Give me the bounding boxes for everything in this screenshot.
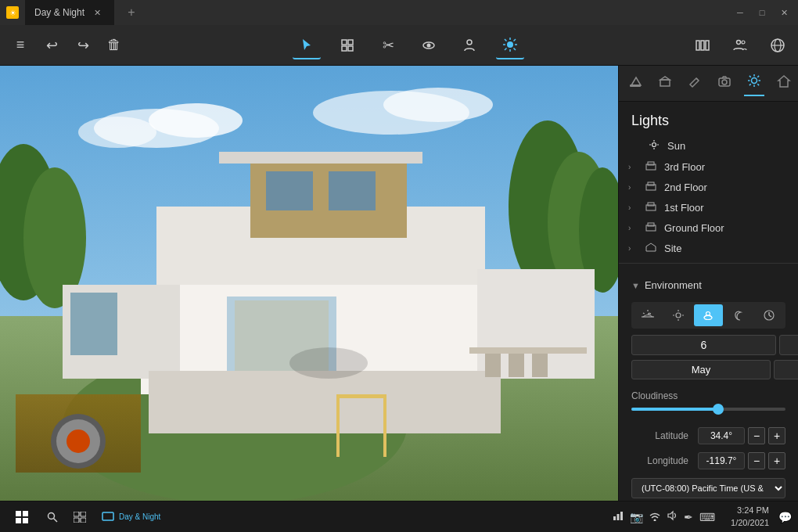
title-bar: ☀ Day & Night ✕ + ─ □ ✕ <box>0 0 798 25</box>
floor-label-3rd: 3rd Floor <box>664 161 705 173</box>
date-month-input[interactable] <box>631 360 771 379</box>
svg-rect-53 <box>336 394 386 398</box>
floor-item-site[interactable]: › Site <box>619 238 798 258</box>
time-minute-input[interactable] <box>779 335 798 355</box>
chevron-icon-1st: › <box>628 203 638 212</box>
date-day-input[interactable] <box>774 360 798 379</box>
longitude-increase-btn[interactable]: + <box>768 452 785 469</box>
svg-rect-62 <box>630 84 641 87</box>
person-tool-btn[interactable] <box>455 31 483 59</box>
maximize-btn[interactable]: □ <box>754 5 770 20</box>
taskbar-clock[interactable]: 3:24 PM 1/20/2021 <box>724 505 775 529</box>
start-button[interactable] <box>6 503 38 531</box>
volume-tray-icon[interactable] <box>667 510 678 523</box>
floor-item-2nd[interactable]: › 2nd Floor <box>619 177 798 197</box>
scissors-tool-btn[interactable]: ✂ <box>374 31 402 59</box>
time-hour-input[interactable] <box>631 335 776 355</box>
floor-item-3rd[interactable]: › 3rd Floor <box>619 156 798 177</box>
environment-header[interactable]: ▼ Environment <box>619 275 798 296</box>
svg-point-57 <box>66 430 90 453</box>
keyboard-tray-icon[interactable]: ⌨ <box>699 511 715 523</box>
network-tray-icon[interactable] <box>613 510 624 523</box>
floor-item-ground[interactable]: › Ground Floor <box>619 217 798 238</box>
svg-point-107 <box>49 512 55 519</box>
svg-point-117 <box>654 519 656 521</box>
close-btn[interactable]: ✕ <box>776 5 792 20</box>
minimize-btn[interactable]: ─ <box>732 5 748 20</box>
svg-rect-40 <box>266 171 313 210</box>
camera-tray-icon[interactable]: 📷 <box>630 511 643 523</box>
longitude-decrease-btn[interactable]: − <box>748 452 765 469</box>
mode-night-btn[interactable] <box>724 304 753 326</box>
panel-tab-sun[interactable] <box>744 70 764 96</box>
svg-point-29 <box>383 88 493 122</box>
panel-tab-bar <box>619 66 798 102</box>
sun-light-item[interactable]: Sun <box>619 135 798 156</box>
notification-btn[interactable]: 💬 <box>778 511 792 523</box>
taskbar-app-btn[interactable]: Day & Night <box>95 503 167 531</box>
panel-tab-pencil[interactable] <box>685 71 705 95</box>
cloudiness-thumb[interactable] <box>713 404 724 415</box>
mode-custom-btn[interactable] <box>754 304 783 326</box>
library-btn[interactable] <box>688 31 717 59</box>
panel-tab-bucket[interactable] <box>625 71 645 95</box>
svg-rect-3 <box>348 46 353 51</box>
longitude-input[interactable] <box>698 452 745 469</box>
toolbar: ≡ ↩ ↪ 🗑 ✂ <box>0 25 798 66</box>
svg-rect-51 <box>336 394 340 457</box>
active-tab[interactable]: Day & Night ✕ <box>25 0 114 25</box>
svg-rect-17 <box>701 41 704 50</box>
latitude-increase-btn[interactable]: + <box>768 427 785 444</box>
panel-tab-house[interactable] <box>774 71 794 95</box>
svg-line-108 <box>54 518 58 522</box>
timezone-select[interactable]: (UTC-08:00) Pacific Time (US & Canada) <box>631 478 785 498</box>
delete-btn[interactable]: 🗑 <box>100 31 128 59</box>
time-row <box>631 335 785 355</box>
floor-item-1st[interactable]: › 1st Floor <box>619 197 798 217</box>
svg-rect-104 <box>23 511 28 516</box>
right-panel: Lights Sun › 3rd Floor › <box>618 66 798 501</box>
pen-tray-icon[interactable]: ✒ <box>684 511 693 523</box>
panel-tab-camera[interactable] <box>714 71 735 95</box>
wifi-tray-icon[interactable] <box>649 511 660 523</box>
taskbar-task-view-btn[interactable] <box>67 503 92 531</box>
mode-cloudy-btn[interactable] <box>694 304 723 326</box>
mode-sunrise-btn[interactable] <box>634 304 663 326</box>
world-btn[interactable] <box>764 31 792 59</box>
floor-icon-ground <box>644 221 658 234</box>
group-tool-btn[interactable] <box>333 31 361 59</box>
sun-tool-btn[interactable] <box>496 31 524 59</box>
tab-close-btn[interactable]: ✕ <box>89 5 105 20</box>
svg-rect-58 <box>469 347 587 354</box>
redo-btn[interactable]: ↪ <box>69 31 97 59</box>
latitude-input[interactable] <box>698 427 745 444</box>
svg-rect-1 <box>348 40 353 45</box>
taskbar-search-btn[interactable] <box>41 503 64 531</box>
taskbar: Day & Night 📷 ✒ ⌨ 3:24 PM 1/20/2021 💬 <box>0 501 798 532</box>
latitude-label: Latitude <box>631 430 695 441</box>
svg-marker-64 <box>660 77 670 80</box>
svg-rect-61 <box>532 354 548 377</box>
new-tab-btn[interactable]: + <box>120 2 142 23</box>
chevron-icon-ground: › <box>628 224 638 232</box>
panel-tab-cube[interactable] <box>655 71 675 95</box>
environment-mode-buttons <box>631 302 785 329</box>
cloudiness-track <box>631 408 785 411</box>
svg-rect-112 <box>81 518 86 523</box>
mode-day-btn[interactable] <box>664 304 693 326</box>
select-tool-btn[interactable] <box>293 31 321 59</box>
chevron-icon-3rd: › <box>628 163 638 171</box>
main-area: Lights Sun › 3rd Floor › <box>0 66 798 501</box>
svg-rect-115 <box>617 514 620 520</box>
svg-point-5 <box>427 43 431 47</box>
latitude-decrease-btn[interactable]: − <box>748 427 765 444</box>
undo-btn[interactable]: ↩ <box>38 31 66 59</box>
menu-btn[interactable]: ≡ <box>6 31 34 59</box>
svg-rect-109 <box>74 512 79 516</box>
people-btn[interactable] <box>726 31 754 59</box>
eye-tool-btn[interactable] <box>415 31 443 59</box>
svg-line-15 <box>505 48 507 50</box>
svg-rect-116 <box>620 512 623 520</box>
svg-point-19 <box>737 40 741 44</box>
viewport[interactable] <box>0 66 618 501</box>
